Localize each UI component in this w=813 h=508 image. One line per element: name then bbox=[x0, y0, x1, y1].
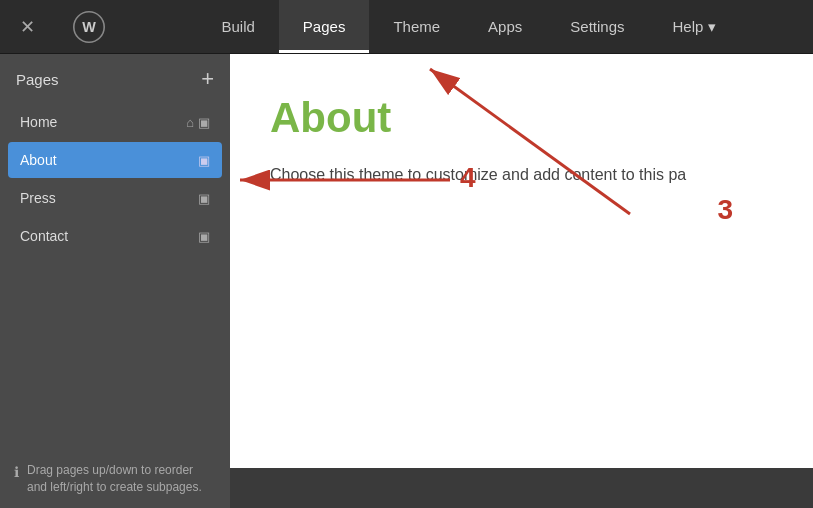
page-item-home[interactable]: Home ⌂ ▣ bbox=[8, 104, 222, 140]
tab-settings[interactable]: Settings bbox=[546, 0, 648, 53]
main-layout: Pages + Home ⌂ ▣ About ▣ bbox=[0, 54, 813, 508]
sidebar-header: Pages + bbox=[0, 54, 230, 104]
content-inner: About Choose this theme to customize and… bbox=[230, 54, 813, 208]
content-text: Choose this theme to customize and add c… bbox=[270, 162, 773, 188]
nav-tabs: Build Pages Theme Apps Settings Help ▾ bbox=[124, 0, 813, 53]
page-doc-icon-contact: ▣ bbox=[198, 229, 210, 244]
logo: W bbox=[54, 0, 124, 54]
page-item-home-left: Home bbox=[20, 114, 57, 130]
sidebar: Pages + Home ⌂ ▣ About ▣ bbox=[0, 54, 230, 508]
page-home-label: Home bbox=[20, 114, 57, 130]
content-area: About Choose this theme to customize and… bbox=[230, 54, 813, 508]
page-item-press-left: Press bbox=[20, 190, 56, 206]
info-icon: ℹ bbox=[14, 463, 19, 483]
page-home-icons: ⌂ ▣ bbox=[186, 115, 210, 130]
page-item-about[interactable]: About ▣ bbox=[8, 142, 222, 178]
close-button[interactable]: ✕ bbox=[0, 0, 54, 54]
page-press-label: Press bbox=[20, 190, 56, 206]
sidebar-hint: ℹ Drag pages up/down to reorder and left… bbox=[0, 450, 230, 508]
tab-apps[interactable]: Apps bbox=[464, 0, 546, 53]
top-nav: ✕ W Build Pages Theme Apps Settings Help… bbox=[0, 0, 813, 54]
page-item-about-left: About bbox=[20, 152, 57, 168]
page-press-icons: ▣ bbox=[198, 191, 210, 206]
svg-text:W: W bbox=[82, 19, 96, 35]
page-about-label: About bbox=[20, 152, 57, 168]
page-about-icons: ▣ bbox=[198, 153, 210, 168]
page-doc-icon-about: ▣ bbox=[198, 153, 210, 168]
page-item-contact-left: Contact bbox=[20, 228, 68, 244]
page-item-contact[interactable]: Contact ▣ bbox=[8, 218, 222, 254]
sidebar-title: Pages bbox=[16, 71, 59, 88]
tab-pages[interactable]: Pages bbox=[279, 0, 370, 53]
tab-build[interactable]: Build bbox=[197, 0, 278, 53]
page-contact-label: Contact bbox=[20, 228, 68, 244]
hint-text: Drag pages up/down to reorder and left/r… bbox=[27, 462, 216, 496]
home-icon: ⌂ bbox=[186, 115, 194, 130]
pages-list: Home ⌂ ▣ About ▣ Press bbox=[0, 104, 230, 254]
tab-help[interactable]: Help ▾ bbox=[648, 0, 739, 53]
content-title: About bbox=[270, 94, 773, 142]
content-bottom-bar bbox=[230, 468, 813, 508]
page-contact-icons: ▣ bbox=[198, 229, 210, 244]
page-doc-icon-home: ▣ bbox=[198, 115, 210, 130]
tab-theme[interactable]: Theme bbox=[369, 0, 464, 53]
add-page-button[interactable]: + bbox=[201, 68, 214, 90]
page-doc-icon-press: ▣ bbox=[198, 191, 210, 206]
page-item-press[interactable]: Press ▣ bbox=[8, 180, 222, 216]
